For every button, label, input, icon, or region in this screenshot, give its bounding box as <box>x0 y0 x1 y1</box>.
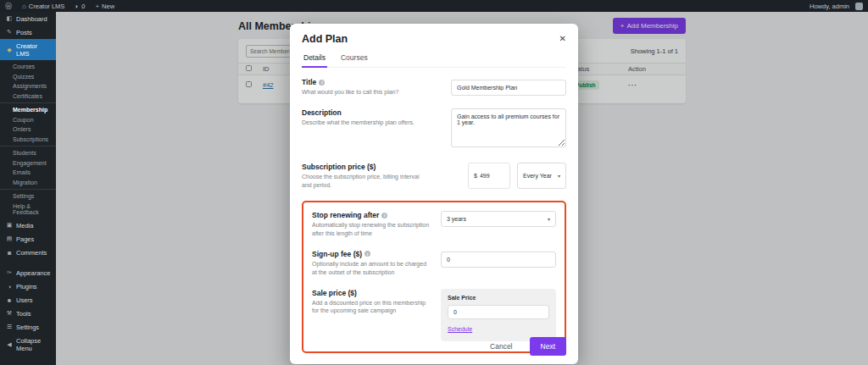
submenu-item-students[interactable]: Students <box>0 148 56 158</box>
sidebar-item-dashboard[interactable]: ◧ Dashboard <box>0 12 56 25</box>
appearance-icon: ✑ <box>6 269 13 276</box>
submenu-item-engagement[interactable]: Engagement <box>0 158 56 169</box>
comments-menu[interactable]: ◗ 0 <box>70 0 90 12</box>
submenu-item-help-feedback[interactable]: Help & Feedback <box>0 202 56 218</box>
sidebar-item-appearance[interactable]: ✑ Appearance <box>0 266 56 279</box>
currency-symbol: $ <box>474 173 477 179</box>
sale-price-input[interactable] <box>448 305 549 319</box>
howdy-label: Howdy, admin <box>810 3 849 10</box>
creator-lms-icon: ◈ <box>6 47 13 53</box>
settings-icon: ☰ <box>6 324 13 330</box>
sidebar-item-label: Plugins <box>16 283 37 290</box>
sidebar-item-posts[interactable]: ✎ Posts <box>0 25 56 39</box>
sidebar-item-label: Dashboard <box>16 15 47 23</box>
submenu-item-migration[interactable]: Migration <box>0 178 56 188</box>
signup-fee-input[interactable] <box>441 252 556 268</box>
sale-price-panel: Sale Price Schedule <box>441 289 556 341</box>
submenu-item-quizzes[interactable]: Quizzes <box>0 72 56 82</box>
subscription-price-input[interactable] <box>480 173 504 179</box>
add-plan-modal: Add Plan ✕ Details Courses Title i What … <box>290 24 578 364</box>
stop-renewing-select[interactable]: 3 years ▾ <box>441 211 556 227</box>
sidebar-item-settings[interactable]: ☰ Settings <box>0 320 56 334</box>
sidebar-item-collapse-menu[interactable]: ◀ Collapse Menu <box>0 334 56 355</box>
field-sale-price: Sale price ($) Add a discounted price on… <box>312 289 556 341</box>
posts-icon: ✎ <box>6 29 13 36</box>
submenu-item-assignments[interactable]: Assignments <box>0 81 56 91</box>
sidebar-item-creator-lms[interactable]: ◈ Creator LMS <box>0 39 56 60</box>
sidebar-item-label: Collapse Menu <box>16 337 50 352</box>
sidebar-item-tools[interactable]: ⚒ Tools <box>0 307 56 320</box>
field-signup-fee: Sign-up fee ($) i Optionally include an … <box>312 250 556 277</box>
modal-tabs: Details Courses <box>302 53 566 68</box>
stop-renewing-label: Stop renewing after <box>312 211 379 219</box>
price-input-group: $ <box>468 163 510 190</box>
site-name-menu[interactable]: ⌂ Creator LMS <box>17 0 70 12</box>
sidebar-item-label: Creator LMS <box>16 42 50 58</box>
description-help: Describe what the membership plan offers… <box>302 119 429 127</box>
submenu-divider <box>0 102 56 103</box>
next-button[interactable]: Next <box>530 337 566 356</box>
title-help: What would you like to call this plan? <box>302 88 429 97</box>
field-stop-renewing: Stop renewing after i Automatically stop… <box>312 211 556 238</box>
chevron-down-icon: ▾ <box>558 173 560 179</box>
billing-interval-value: Every Year <box>523 173 552 179</box>
chevron-down-icon: ▾ <box>548 216 550 222</box>
tab-courses[interactable]: Courses <box>339 53 370 67</box>
description-textarea[interactable]: Gain access to all premium courses for 1… <box>451 108 566 147</box>
modal-title: Add Plan <box>302 33 348 45</box>
stop-renewing-value: 3 years <box>447 216 466 222</box>
sidebar-item-comments[interactable]: ◙ Comments <box>0 246 56 259</box>
submenu-item-certificates[interactable]: Certificates <box>0 91 56 102</box>
sidebar-item-plugins[interactable]: ◑ Plugins <box>0 279 56 293</box>
sidebar-item-label: Tools <box>16 310 31 318</box>
subscription-price-help: Choose the subscription price, billing i… <box>302 173 429 190</box>
submenu-item-courses[interactable]: Courses <box>0 62 56 72</box>
tools-icon: ⚒ <box>6 310 13 317</box>
submenu-item-emails[interactable]: Emails <box>0 168 56 178</box>
tab-details[interactable]: Details <box>302 53 327 68</box>
sidebar-item-media[interactable]: ▣ Media <box>0 218 56 232</box>
info-icon: i <box>319 80 325 86</box>
submenu-divider <box>0 189 56 190</box>
new-label: New <box>102 3 114 10</box>
field-title: Title i What would you like to call this… <box>302 78 566 97</box>
home-icon: ⌂ <box>22 3 26 10</box>
account-menu[interactable]: Howdy, admin <box>804 0 868 12</box>
sale-price-label: Sale price ($) <box>312 289 357 297</box>
plugins-icon: ◑ <box>6 284 13 290</box>
cancel-button[interactable]: Cancel <box>485 341 517 351</box>
wp-logo-menu[interactable]: Ⓦ <box>0 0 17 12</box>
info-icon: i <box>364 251 370 257</box>
sidebar-item-users[interactable]: ☻ Users <box>0 293 56 307</box>
title-label: Title <box>302 78 316 86</box>
new-content-menu[interactable]: + New <box>90 0 120 12</box>
info-icon: i <box>381 213 387 218</box>
sidebar-item-label: Users <box>16 296 33 304</box>
close-icon[interactable]: ✕ <box>559 35 566 43</box>
sidebar-item-label: Settings <box>16 324 39 331</box>
submenu-item-coupon[interactable]: Coupon <box>0 115 56 125</box>
description-label: Description <box>302 108 342 117</box>
sidebar-item-label: Media <box>16 222 33 230</box>
submenu-divider <box>0 146 56 147</box>
sidebar-item-label: Pages <box>16 235 34 243</box>
submenu-item-subscriptions[interactable]: Subscriptions <box>0 135 56 145</box>
signup-fee-help: Optionally include an amount to be charg… <box>312 260 431 277</box>
field-description: Description Describe what the membership… <box>302 108 566 151</box>
signup-fee-label: Sign-up fee ($) <box>312 250 362 258</box>
site-name-label: Creator LMS <box>29 3 65 10</box>
submenu-item-settings[interactable]: Settings <box>0 191 56 202</box>
submenu-item-membership[interactable]: Membership <box>0 105 56 115</box>
sale-price-help: Add a discounted price on this membershi… <box>312 299 431 316</box>
plus-icon: + <box>95 3 99 10</box>
stop-renewing-help: Automatically stop renewing the subscrip… <box>312 221 431 238</box>
schedule-link[interactable]: Schedule <box>448 326 472 332</box>
sidebar-gap <box>0 259 56 266</box>
submenu-item-orders[interactable]: Orders <box>0 124 56 135</box>
field-subscription-price: Subscription price ($) Choose the subscr… <box>302 163 566 190</box>
pages-icon: ▤ <box>6 235 13 242</box>
avatar <box>855 3 863 10</box>
sidebar-item-pages[interactable]: ▤ Pages <box>0 232 56 246</box>
billing-interval-select[interactable]: Every Year ▾ <box>517 163 566 190</box>
title-input[interactable] <box>451 80 566 96</box>
